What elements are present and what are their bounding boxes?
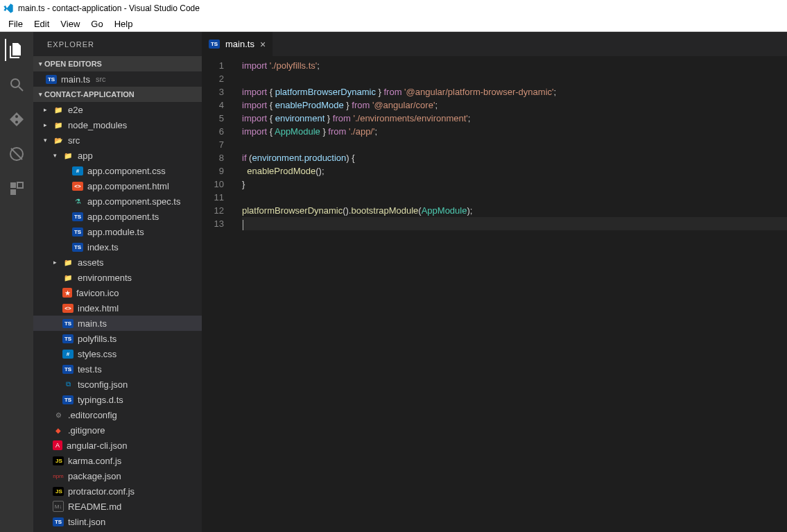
tree-item[interactable]: ⚙.editorconfig	[33, 407, 202, 422]
spacer	[42, 503, 49, 510]
spacer	[42, 427, 49, 434]
menu-file[interactable]: File	[3, 19, 28, 29]
file-tree: ▸📁e2e▸📁node_modules▾📂src▾📁app #app.compo…	[33, 102, 202, 529]
tree-item[interactable]: TSindex.ts	[33, 239, 202, 255]
chevron-down-icon: ▾	[42, 137, 49, 144]
tree-item[interactable]: ⚗app.component.spec.ts	[33, 194, 202, 209]
tree-item-label: src	[68, 135, 80, 146]
tree-item[interactable]: Aangular-cli.json	[33, 438, 202, 453]
open-editor-item[interactable]: TS main.ts src	[33, 71, 202, 87]
tree-item-label: index.html	[78, 303, 119, 314]
tree-item-label: app.module.ts	[87, 227, 144, 237]
git-file-icon: ◆	[53, 424, 64, 436]
spacer	[61, 182, 68, 189]
sidebar-title: EXPLORER	[33, 32, 202, 56]
svg-rect-5	[17, 182, 23, 188]
activity-debug[interactable]	[6, 143, 28, 165]
folder-icon: 📁	[62, 272, 73, 283]
tree-item-label: styles.css	[78, 349, 116, 359]
tree-item-label: app.component.ts	[87, 212, 159, 222]
tree-item[interactable]: #styles.css	[33, 346, 202, 361]
tree-item-label: karma.conf.js	[68, 456, 121, 466]
chevron-down-icon: ▾	[36, 91, 44, 98]
project-header[interactable]: ▾ CONTACT-APPLICATION	[33, 87, 202, 102]
tree-item[interactable]: TStypings.d.ts	[33, 392, 202, 407]
svg-line-1	[19, 87, 23, 91]
tree-item[interactable]: ◆.gitignore	[33, 422, 202, 438]
tree-item-label: tsconfig.json	[78, 379, 128, 390]
menubar: File Edit View Go Help	[0, 17, 787, 32]
tree-item[interactable]: TStest.ts	[33, 361, 202, 377]
spacer	[51, 350, 58, 357]
spacer	[51, 304, 58, 311]
spacer	[42, 518, 49, 525]
tree-item[interactable]: ★favicon.ico	[33, 285, 202, 300]
open-editors-header[interactable]: ▾ OPEN EDITORS	[33, 56, 202, 71]
code-content[interactable]: import './polyfills.ts'; import { platfo…	[235, 56, 787, 532]
search-icon	[8, 76, 25, 93]
project-title: CONTACT-APPLICATION	[44, 90, 135, 98]
npm-file-icon: npm	[53, 470, 64, 481]
activity-explorer[interactable]	[5, 39, 27, 61]
spacer	[51, 320, 58, 327]
svg-rect-4	[10, 182, 16, 188]
activity-search[interactable]	[6, 74, 28, 96]
code-editor[interactable]: 12345678910111213 import './polyfills.ts…	[202, 56, 787, 532]
js-file-icon: JS	[53, 487, 64, 496]
tree-item-label: polyfills.ts	[78, 334, 116, 344]
html-file-icon: <>	[72, 182, 83, 191]
tree-item-label: favicon.ico	[76, 288, 119, 298]
tree-item[interactable]: npmpackage.json	[33, 468, 202, 483]
folder-icon: 📁	[62, 257, 73, 268]
folder-icon: 📁	[53, 104, 64, 115]
folder-open-icon: 📂	[53, 135, 64, 146]
tree-item[interactable]: M↓README.md	[33, 499, 202, 514]
activity-git[interactable]	[6, 108, 28, 130]
chevron-down-icon: ▾	[51, 152, 58, 159]
tree-item-label: environments	[78, 273, 132, 283]
tree-item[interactable]: <>index.html	[33, 300, 202, 316]
tree-item[interactable]: ▸📁assets	[33, 255, 202, 270]
tree-item[interactable]: TSapp.module.ts	[33, 224, 202, 239]
tree-item[interactable]: <>app.component.html	[33, 178, 202, 194]
tree-item[interactable]: #app.component.css	[33, 163, 202, 178]
chevron-right-icon: ▸	[42, 106, 49, 113]
tree-item[interactable]: TSpolyfills.ts	[33, 331, 202, 346]
tree-item[interactable]: TSapp.component.ts	[33, 209, 202, 224]
tab-bar: TS main.ts ×	[202, 32, 787, 56]
ts-file-icon: TS	[62, 334, 73, 343]
sidebar: EXPLORER ▾ OPEN EDITORS TS main.ts src ▾…	[33, 32, 202, 532]
tree-item[interactable]: TStslint.json	[33, 514, 202, 529]
tree-item[interactable]: ▸📁node_modules	[33, 117, 202, 132]
tree-item[interactable]: ▾📁app	[33, 148, 202, 163]
menu-go[interactable]: Go	[85, 19, 108, 29]
vscode-file-icon: ⧉	[62, 379, 73, 390]
tree-item[interactable]: JSprotractor.conf.js	[33, 483, 202, 499]
tree-item[interactable]: 📁environments	[33, 270, 202, 285]
ts-file-icon: TS	[62, 319, 73, 328]
activity-extensions[interactable]	[6, 178, 28, 200]
spacer	[61, 213, 68, 220]
tree-item-label: app.component.spec.ts	[87, 196, 180, 207]
favicon-icon: ★	[62, 288, 72, 298]
tree-item[interactable]: ⧉tsconfig.json	[33, 377, 202, 392]
folder-icon: 📁	[62, 150, 73, 161]
tree-item[interactable]: ▾📂src	[33, 132, 202, 148]
debug-icon	[8, 146, 25, 162]
menu-help[interactable]: Help	[109, 19, 139, 29]
menu-edit[interactable]: Edit	[28, 19, 55, 29]
tree-item[interactable]: JSkarma.conf.js	[33, 453, 202, 468]
open-editors-list: TS main.ts src	[33, 71, 202, 87]
open-editor-filename: main.ts	[61, 74, 90, 85]
tree-item[interactable]: ▸📁e2e	[33, 102, 202, 117]
menu-view[interactable]: View	[55, 19, 85, 29]
tree-item-label: protractor.conf.js	[68, 486, 135, 497]
ts-file-icon: TS	[46, 75, 57, 84]
tree-item-label: .editorconfig	[68, 410, 117, 420]
ts-test-file-icon: ⚗	[72, 196, 83, 207]
spacer	[51, 366, 58, 372]
tree-item[interactable]: TSmain.ts	[33, 316, 202, 331]
close-icon[interactable]: ×	[260, 39, 266, 50]
editor-tab-main-ts[interactable]: TS main.ts ×	[202, 32, 273, 56]
spacer	[61, 228, 68, 235]
